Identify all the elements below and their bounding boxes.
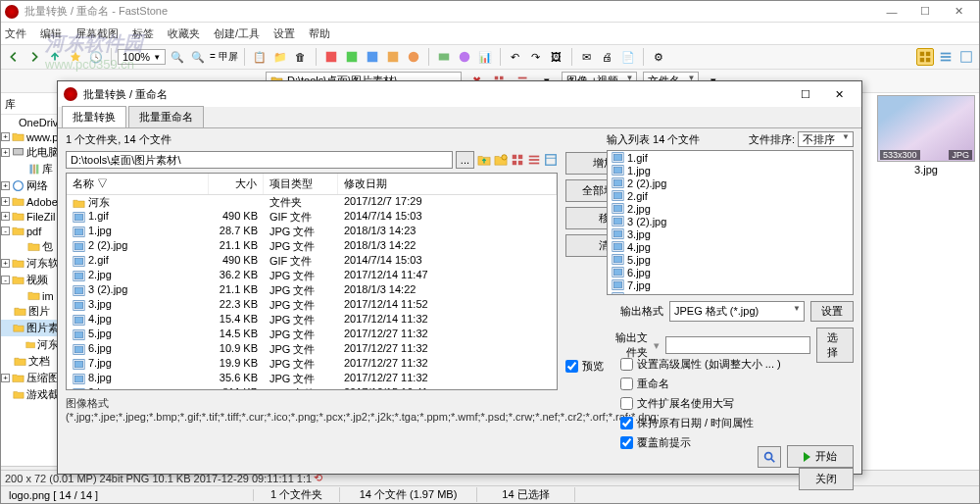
view-thumb-icon[interactable]	[916, 48, 934, 66]
tree-node[interactable]: +此电脑	[1, 144, 61, 161]
file-row[interactable]: 河东文件夹2017/12/7 17:29	[67, 195, 557, 210]
file-row[interactable]: 1.gif490 KBGIF 文件2014/7/14 15:03	[67, 210, 557, 225]
toolbar-rotate-left-icon[interactable]: ↶	[507, 48, 524, 66]
input-list-item[interactable]: 2.gif	[608, 189, 853, 202]
close-dialog-button[interactable]: 关闭	[799, 468, 854, 490]
source-file-list[interactable]: 名称 ▽ 大小 项目类型 修改日期 河东文件夹2017/12/7 17:291.…	[66, 173, 558, 390]
tree-node[interactable]: 河东	[1, 336, 61, 353]
view-list-icon[interactable]	[527, 153, 541, 167]
col-name[interactable]: 名称 ▽	[67, 174, 209, 194]
file-row[interactable]: 6.jpg10.9 KBJPG 文件2017/12/27 11:32	[67, 342, 557, 357]
file-row[interactable]: 3.jpg22.3 KBJPG 文件2017/12/14 11:52	[67, 298, 557, 313]
menu-item[interactable]: 设置	[273, 26, 295, 41]
tree-node[interactable]: +www.p	[1, 129, 61, 144]
menu-item[interactable]: 帮助	[309, 26, 330, 41]
thumbnail[interactable]: 533x300 JPG	[877, 95, 975, 162]
expand-icon[interactable]: +	[1, 148, 10, 157]
view-grid-icon[interactable]	[511, 153, 524, 167]
input-list-item[interactable]: 4.jpg	[608, 240, 853, 253]
input-list-item[interactable]: 3.jpg	[608, 227, 853, 240]
col-type[interactable]: 项目类型	[264, 174, 338, 194]
view-detail-icon[interactable]	[544, 153, 558, 167]
tab-batch-rename[interactable]: 批量重命名	[128, 106, 204, 127]
toolbar-forward-icon[interactable]	[25, 48, 43, 66]
close-button[interactable]: ✕	[942, 2, 975, 22]
tree-node[interactable]: +网络	[1, 177, 61, 194]
minimize-button[interactable]: —	[875, 2, 908, 22]
browse-path-button[interactable]: ...	[456, 151, 474, 169]
toolbar-move-icon[interactable]: 📁	[271, 48, 289, 66]
file-row[interactable]: 4.jpg15.4 KBJPG 文件2017/12/14 11:32	[67, 313, 557, 328]
input-list-item[interactable]: 3 (2).jpg	[608, 215, 853, 227]
file-row[interactable]: 2 (2).jpg21.1 KBJPG 文件2018/1/3 14:22	[67, 239, 557, 254]
toolbar-zoomin-icon[interactable]: 🔍	[189, 48, 207, 66]
expand-icon[interactable]: +	[1, 197, 10, 206]
input-list-item[interactable]: 2.jpg	[608, 202, 853, 215]
expand-icon[interactable]: +	[1, 212, 10, 221]
toolbar-icon[interactable]	[343, 48, 361, 66]
output-format-select[interactable]: JPEG 格式 (*.jpg)	[669, 301, 805, 322]
toolbar-icon[interactable]	[405, 48, 422, 66]
tree-node[interactable]: 游戏截	[1, 386, 61, 403]
maximize-button[interactable]: ☐	[908, 2, 942, 22]
input-list-item[interactable]: 5.jpg	[608, 253, 853, 266]
toolbar-mail-icon[interactable]: ✉	[578, 48, 596, 66]
toolbar-icon[interactable]: 📄	[619, 48, 637, 66]
preview-eye-button[interactable]	[758, 446, 781, 468]
view-list-icon[interactable]	[937, 48, 955, 66]
toolbar-print-icon[interactable]: 🖨	[599, 48, 616, 66]
toolbar-back-icon[interactable]	[5, 48, 23, 66]
input-list-item[interactable]: 7.jpg	[608, 278, 853, 291]
expand-icon[interactable]: +	[1, 374, 10, 382]
expand-icon[interactable]: +	[1, 259, 10, 268]
file-row[interactable]: 2.gif490 KBGIF 文件2014/7/14 15:03	[67, 254, 557, 269]
input-list-item[interactable]: 1.jpg	[608, 164, 853, 176]
folder-up-icon[interactable]	[477, 153, 491, 167]
input-file-list[interactable]: 1.gif1.jpg2 (2).jpg2.gif2.jpg3 (2).jpg3.…	[607, 150, 854, 295]
input-list-item[interactable]: 2 (2).jpg	[608, 176, 853, 189]
toolbar-delete-icon[interactable]: 🗑	[292, 48, 310, 66]
tree-node[interactable]: +FileZil	[1, 209, 61, 224]
preview-checkbox[interactable]	[565, 360, 578, 373]
dialog-close-button[interactable]: ✕	[822, 82, 856, 106]
folder-tree[interactable]: 库 OneDrive+www.p+此电脑库+网络+Adobe+FileZil-p…	[1, 95, 62, 468]
dialog-maximize-button[interactable]: ☐	[789, 82, 822, 106]
toolbar-icon[interactable]	[435, 48, 453, 66]
file-row[interactable]: 1.jpg28.7 KBJPG 文件2018/1/3 14:23	[67, 225, 557, 239]
toolbar-icon[interactable]	[322, 48, 340, 66]
expand-icon[interactable]: +	[1, 132, 10, 141]
folder-new-icon[interactable]	[494, 153, 508, 167]
advanced-checkbox[interactable]	[620, 358, 633, 371]
expand-icon[interactable]: +	[1, 181, 10, 190]
toolbar-settings-icon[interactable]: ⚙	[650, 48, 667, 66]
file-row[interactable]: 8.jpg35.6 KBJPG 文件2017/12/27 11:32	[67, 372, 557, 386]
toolbar-icon[interactable]: 📊	[476, 48, 494, 66]
overwrite-prompt-checkbox[interactable]	[620, 436, 633, 449]
source-path-input[interactable]	[66, 151, 453, 169]
tree-node[interactable]: im	[1, 288, 61, 303]
uppercase-ext-checkbox[interactable]	[620, 397, 633, 410]
start-button[interactable]: 开始	[787, 445, 854, 468]
tab-batch-convert[interactable]: 批量转换	[62, 106, 126, 127]
tree-node[interactable]: -pdf	[1, 224, 61, 238]
tree-node[interactable]: +压缩图	[1, 370, 61, 386]
rename-checkbox[interactable]	[620, 378, 633, 390]
menu-item[interactable]: 文件	[5, 26, 26, 41]
menu-item[interactable]: 收藏夹	[168, 26, 200, 41]
toolbar-rotate-right-icon[interactable]: ↷	[527, 48, 545, 66]
file-row[interactable]: 5.jpg14.5 KBJPG 文件2017/12/27 11:32	[67, 328, 557, 342]
tree-node[interactable]: -视频	[1, 272, 61, 288]
col-size[interactable]: 大小	[209, 174, 264, 194]
toolbar-icon[interactable]	[364, 48, 381, 66]
file-row[interactable]: 7.jpg19.9 KBJPG 文件2017/12/27 11:32	[67, 357, 557, 372]
toolbar-copy-icon[interactable]: 📋	[251, 48, 269, 66]
toolbar-zoomout-icon[interactable]: 🔍	[169, 48, 186, 66]
file-row[interactable]: 2.jpg36.2 KBJPG 文件2017/12/14 11:47	[67, 269, 557, 283]
tree-node[interactable]: 文档	[1, 353, 61, 370]
input-list-item[interactable]: 8.jpg	[608, 291, 853, 295]
tree-node[interactable]: 库	[1, 161, 61, 177]
expand-icon[interactable]: -	[1, 227, 10, 235]
col-date[interactable]: 修改日期	[338, 174, 557, 194]
file-row[interactable]: 9.jpg811 KBJPG 文件2017/12/15 16:41	[67, 386, 557, 390]
keep-date-checkbox[interactable]	[620, 417, 633, 429]
